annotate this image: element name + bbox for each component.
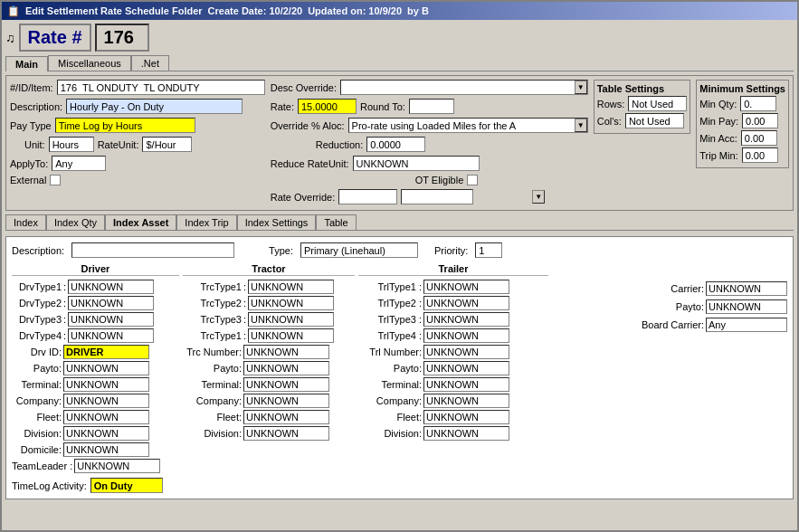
trl-type4-input[interactable]	[423, 328, 509, 343]
drv-company-input[interactable]	[63, 394, 149, 408]
music-icon: ♫	[5, 31, 15, 45]
desc-input[interactable]	[66, 99, 243, 114]
round-to-input[interactable]	[409, 99, 454, 114]
trl-type4-row: TrlType4 :	[358, 328, 548, 343]
drv-type3-input[interactable]	[68, 312, 154, 327]
timelog-row: TimeLog Activity:	[12, 478, 787, 493]
board-carrier-input[interactable]	[706, 318, 787, 332]
asset-priority-input[interactable]	[475, 242, 502, 258]
asset-type-input[interactable]	[300, 242, 418, 258]
trl-payto-input[interactable]	[423, 361, 509, 375]
trc-fleet-input[interactable]	[243, 410, 329, 424]
rate-row: ♫ Rate # 176	[5, 24, 794, 52]
tab-table[interactable]: Table	[316, 214, 356, 230]
trl-terminal-row: Terminal:	[358, 377, 548, 392]
rate-val-input[interactable]	[298, 99, 357, 114]
drv-type1-input[interactable]	[68, 280, 154, 294]
rate-override-dropdown[interactable]: ▼	[532, 190, 545, 204]
trc-type1b-input[interactable]	[248, 328, 334, 343]
override-aloc-dropdown[interactable]: ▼	[575, 119, 587, 132]
drv-type2-input[interactable]	[68, 296, 154, 310]
tab-miscellaneous[interactable]: Miscellaneous	[48, 55, 131, 71]
asset-columns: Driver DrvType1 : DrvType2 : DrvType3 :	[12, 263, 787, 474]
right-payto-input[interactable]	[706, 299, 787, 314]
asset-desc-input[interactable]	[71, 242, 234, 258]
pay-type-row: Pay Type	[10, 118, 265, 133]
min-qty-label: Min Qty:	[699, 99, 737, 109]
rows-input[interactable]	[628, 96, 687, 111]
ot-eligible-checkbox[interactable]	[467, 175, 478, 185]
min-acc-input[interactable]	[741, 130, 777, 146]
trl-company-row: Company:	[358, 394, 548, 408]
drv-type4-input[interactable]	[68, 328, 154, 343]
desc-override-input[interactable]	[341, 81, 575, 94]
drv-division-input[interactable]	[63, 426, 149, 441]
trl-number-row: Trl Number:	[358, 345, 548, 359]
trl-type1-input[interactable]	[423, 280, 509, 294]
trc-company-input[interactable]	[243, 394, 329, 408]
tractor-header: Tractor	[183, 263, 355, 276]
rate-unit-input[interactable]	[142, 137, 192, 152]
cols-input[interactable]	[625, 113, 684, 128]
tab-index[interactable]: Index	[5, 214, 46, 230]
apply-to-input[interactable]	[52, 156, 106, 171]
trl-type2-input[interactable]	[423, 296, 509, 310]
min-qty-input[interactable]	[740, 96, 776, 111]
trip-min-input[interactable]	[742, 147, 778, 163]
trl-fleet-input[interactable]	[423, 410, 509, 424]
drv-domicile-input[interactable]	[63, 442, 149, 457]
rate-unit-label: RateUnit:	[98, 139, 139, 150]
tab-main[interactable]: Main	[5, 56, 48, 71]
trc-type3-input[interactable]	[248, 312, 334, 327]
external-label: External	[10, 175, 46, 185]
unit-input[interactable]	[49, 137, 94, 152]
timelog-input[interactable]	[90, 478, 163, 493]
drv-type2-row: DrvType2 :	[12, 296, 179, 310]
trc-terminal-input[interactable]	[243, 377, 329, 392]
trl-terminal-input[interactable]	[423, 377, 509, 392]
tab-net[interactable]: .Net	[131, 55, 169, 71]
right-panel: Carrier: Payto: Board Carrier:	[552, 281, 787, 474]
min-pay-input[interactable]	[742, 113, 778, 128]
rate-override-combo[interactable]	[402, 190, 532, 204]
trc-division-input[interactable]	[243, 426, 329, 441]
trl-type3-input[interactable]	[423, 312, 509, 327]
right-payto-label: Payto:	[676, 301, 704, 312]
tab-index-trip[interactable]: Index Trip	[176, 214, 236, 230]
trl-fleet-label: Fleet:	[358, 412, 422, 423]
trc-type2-sep: :	[243, 298, 246, 309]
drv-fleet-input[interactable]	[63, 410, 149, 424]
trc-number-row: Trc Number:	[183, 345, 355, 359]
trc-type3-row: TrcType3 :	[183, 312, 355, 327]
trc-type2-input[interactable]	[248, 296, 334, 310]
desc-override-dropdown[interactable]: ▼	[575, 81, 587, 94]
trip-min-label: Trip Min:	[699, 150, 737, 161]
trc-type1-input[interactable]	[248, 280, 334, 294]
reduce-rateunit-input[interactable]	[353, 156, 480, 171]
trc-payto-input[interactable]	[243, 361, 329, 375]
pay-type-input[interactable]	[55, 118, 195, 133]
trc-number-input[interactable]	[243, 345, 329, 359]
trl-division-input[interactable]	[423, 426, 509, 441]
id-item-input[interactable]	[57, 80, 265, 95]
trl-number-input[interactable]	[423, 345, 509, 359]
reduction-input[interactable]	[366, 137, 425, 152]
asset-type-label: Type:	[269, 245, 293, 256]
min-pay-row: Min Pay:	[699, 113, 785, 128]
override-aloc-input[interactable]	[349, 119, 575, 132]
tab-index-asset[interactable]: Index Asset	[105, 214, 176, 230]
external-checkbox[interactable]	[50, 175, 61, 185]
drv-id-input[interactable]	[63, 345, 149, 359]
rate-label: Rate #	[19, 24, 91, 52]
tab-index-settings[interactable]: Index Settings	[237, 214, 317, 230]
drv-terminal-input[interactable]	[63, 377, 149, 392]
drv-teamleader-input[interactable]	[74, 459, 160, 473]
trl-fleet-row: Fleet:	[358, 410, 548, 424]
minimum-settings-title: Minimum Settings	[699, 83, 785, 94]
rate-override-input[interactable]	[338, 189, 397, 204]
trl-type2-row: TrlType2 :	[358, 296, 548, 310]
drv-payto-input[interactable]	[63, 361, 149, 375]
carrier-input[interactable]	[706, 281, 787, 296]
trl-company-input[interactable]	[423, 394, 509, 408]
tab-index-qty[interactable]: Index Qty	[46, 214, 105, 230]
